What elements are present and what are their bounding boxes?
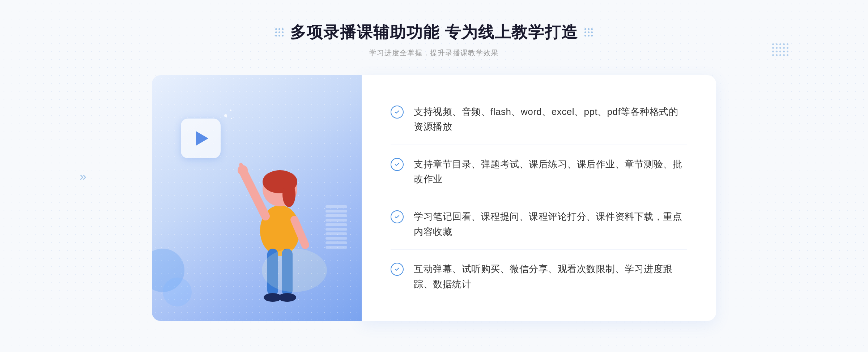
header-section: 多项录播课辅助功能 专为线上教学打造 学习进度全掌握，提升录播课教学效果: [275, 22, 593, 58]
sparkle-dot-2: [230, 110, 231, 111]
feature-item-1: 支持视频、音频、flash、word、excel、ppt、pdf等各种格式的资源…: [391, 94, 687, 145]
feature-item-4: 互动弹幕、试听购买、微信分享、观看次数限制、学习进度跟踪、数据统计: [391, 252, 687, 302]
sparkle-dot-1: [224, 114, 227, 117]
title-row: 多项录播课辅助功能 专为线上教学打造: [275, 22, 593, 43]
page-container: » 多项录播课辅助功能 专为线上教学打造 学习进度全掌握，提升录播课教学效果: [0, 0, 868, 352]
feature-text-2: 支持章节目录、弹题考试、课后练习、课后作业、章节测验、批改作业: [414, 157, 687, 187]
play-icon: [181, 119, 221, 158]
page-title: 多项录播课辅助功能 专为线上教学打造: [290, 22, 578, 43]
svg-point-9: [278, 293, 296, 302]
sparkle-dot-3: [231, 118, 232, 119]
svg-line-4: [244, 173, 265, 216]
check-circle-icon-1: [391, 106, 404, 119]
check-circle-icon-3: [391, 210, 404, 223]
content-area: 支持视频、音频、flash、word、excel、ppt、pdf等各种格式的资源…: [152, 75, 716, 321]
feature-text-3: 学习笔记回看、课程提问、课程评论打分、课件资料下载，重点内容收藏: [414, 209, 687, 239]
decorative-dots-icon: [772, 43, 788, 58]
circle-decoration-2: [163, 278, 192, 306]
title-dots-right: [584, 28, 593, 37]
left-chevron-icon: »: [80, 169, 86, 183]
svg-point-12: [262, 249, 327, 292]
illustration-card: [152, 75, 362, 321]
feature-item-3: 学习笔记回看、课程提问、课程评论打分、课件资料下载，重点内容收藏: [391, 199, 687, 250]
feature-text-1: 支持视频、音频、flash、word、excel、ppt、pdf等各种格式的资源…: [414, 104, 687, 134]
page-subtitle: 学习进度全掌握，提升录播课教学效果: [275, 48, 593, 58]
human-figure: [222, 133, 338, 321]
feature-text-4: 互动弹幕、试听购买、微信分享、观看次数限制、学习进度跟踪、数据统计: [414, 262, 687, 292]
title-dots-left: [275, 28, 284, 37]
features-panel: 支持视频、音频、flash、word、excel、ppt、pdf等各种格式的资源…: [362, 75, 716, 321]
svg-point-3: [282, 182, 295, 207]
play-triangle: [196, 131, 208, 146]
check-circle-icon-2: [391, 158, 404, 171]
check-circle-icon-4: [391, 263, 404, 276]
feature-item-2: 支持章节目录、弹题考试、课后练习、课后作业、章节测验、批改作业: [391, 147, 687, 197]
